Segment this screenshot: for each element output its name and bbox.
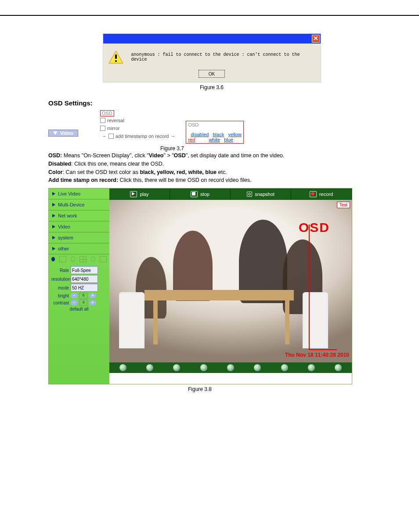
arrow-right-icon: → <box>170 134 175 139</box>
radio-empty-icon <box>71 257 75 262</box>
osd-color-popup: OSD disabled black yellow red white blue <box>186 121 243 144</box>
mode-label: mode <box>51 286 69 290</box>
ptz-button[interactable] <box>308 364 315 371</box>
function-bar: play stop snapshot record <box>109 188 352 200</box>
osd-title-box: OSD <box>100 110 114 116</box>
timestamp-overlay: Thu Nov 18 11:40:28 2010 <box>285 352 349 358</box>
sidebar-item-multi-device[interactable]: Multi-Device <box>49 199 109 210</box>
ptz-button[interactable] <box>119 364 126 371</box>
svg-point-2 <box>115 60 117 62</box>
ptz-button[interactable] <box>227 364 234 371</box>
resolution-select[interactable] <box>71 275 98 283</box>
annotation-line <box>309 224 310 350</box>
minus-icon[interactable]: − <box>71 293 78 298</box>
ptz-button[interactable] <box>335 364 342 371</box>
camera-icon <box>247 192 252 197</box>
ptz-button[interactable] <box>281 364 288 371</box>
bright-value: 6 <box>79 293 87 299</box>
arrow-right-icon: → <box>102 134 107 139</box>
checkbox-icon <box>108 134 114 139</box>
minus-icon[interactable]: − <box>71 300 78 305</box>
osd-settings-heading: OSD Settings: <box>48 99 375 107</box>
checkbox-icon <box>100 126 105 131</box>
osd-settings-block: Video OSD reversal mirror → add timestam… <box>48 110 375 144</box>
color-white[interactable]: white <box>209 137 220 142</box>
contrast-label: contrast <box>51 300 69 305</box>
color-black[interactable]: black <box>213 132 224 137</box>
sidebar-item-video[interactable]: Video <box>49 221 109 232</box>
color-red[interactable]: red <box>188 137 195 142</box>
paragraph-disabled: Disabled: Click this one, means clear th… <box>48 160 375 168</box>
ok-button[interactable]: OK <box>199 70 225 78</box>
layout-9up-icon <box>100 256 107 262</box>
snapshot-button[interactable]: snapshot <box>231 188 291 200</box>
dialog-title-bar: ✕ <box>103 34 321 43</box>
annotation-line <box>310 349 337 350</box>
plus-icon[interactable]: + <box>89 300 96 305</box>
record-icon <box>310 191 317 197</box>
ptz-button[interactable] <box>146 364 153 371</box>
layout-4up-icon <box>79 256 87 262</box>
bright-label: bright <box>51 293 69 298</box>
chevron-right-icon <box>52 192 55 195</box>
osd-text-overlay: OSD <box>299 220 330 235</box>
ptz-button[interactable] <box>173 364 180 371</box>
warning-icon <box>108 51 123 64</box>
default-all-link[interactable]: default all <box>70 307 89 311</box>
color-yellow[interactable]: yellow <box>228 132 242 137</box>
error-dialog: ✕ anonymous : fail to connect to the dev… <box>103 33 321 83</box>
test-label-overlay: Test <box>337 202 350 208</box>
figure-caption-36: Figure 3.6 <box>48 84 375 90</box>
chevron-right-icon <box>52 214 55 217</box>
layout-picker[interactable] <box>49 254 109 264</box>
sidebar-item-network[interactable]: Net work <box>49 210 109 221</box>
chevron-down-icon <box>53 131 58 135</box>
ptz-button[interactable] <box>254 364 261 371</box>
option-mirror[interactable]: mirror <box>100 124 177 132</box>
dialog-message: anonymous : fail to connect to the devic… <box>131 51 315 62</box>
rate-select[interactable] <box>71 266 98 274</box>
play-button[interactable]: play <box>109 188 170 200</box>
figure-caption-37: Figure 3.7 <box>0 145 375 152</box>
stop-icon <box>191 191 198 197</box>
radio-empty-icon <box>91 257 95 262</box>
color-disabled[interactable]: disabled <box>191 132 209 137</box>
sidebar: Live Video Multi-Device Net work Video s… <box>49 188 109 384</box>
radio-selected-icon <box>51 257 55 261</box>
stop-button[interactable]: stop <box>170 188 231 200</box>
sidebar-item-other[interactable]: other <box>49 243 109 254</box>
mode-select[interactable] <box>71 284 98 292</box>
sidebar-item-video[interactable]: Video <box>48 130 78 137</box>
record-button[interactable]: record <box>291 188 352 200</box>
chevron-right-icon <box>52 225 55 228</box>
chevron-right-icon <box>52 236 55 239</box>
video-controls: Rate resolution mode bright − 6 + contra… <box>49 264 109 314</box>
paragraph-osd: OSD: Means "On-Screen Display", click "V… <box>48 152 375 160</box>
video-viewport: Test OSD Thu Nov 18 11:40:28 2010 <box>109 200 352 362</box>
ptz-button[interactable] <box>200 364 207 371</box>
rate-label: Rate <box>51 268 69 273</box>
color-blue[interactable]: blue <box>224 137 233 142</box>
option-reversal[interactable]: reversal <box>100 116 177 124</box>
layout-1up-icon <box>59 256 66 262</box>
sidebar-item-system[interactable]: system <box>49 232 109 243</box>
sidebar-item-live-video[interactable]: Live Video <box>49 188 109 199</box>
ptz-control-strip <box>109 362 352 373</box>
play-icon <box>130 191 137 197</box>
checkbox-icon <box>100 118 105 123</box>
plus-icon[interactable]: + <box>89 293 96 298</box>
close-icon[interactable]: ✕ <box>312 35 320 43</box>
paragraph-add-ts: Add time stamp on record: Click this, th… <box>48 176 375 185</box>
contrast-value: 4 <box>79 300 87 306</box>
chevron-right-icon <box>52 247 55 250</box>
camera-app: Live Video Multi-Device Net work Video s… <box>48 188 352 384</box>
chevron-right-icon <box>52 203 55 206</box>
option-add-timestamp[interactable]: → add timestamp on record → <box>100 132 177 140</box>
svg-rect-1 <box>115 54 117 59</box>
paragraph-color: Color: Can set the OSD text color as bla… <box>48 168 375 177</box>
figure-caption-38: Figure 3.8 <box>48 386 351 392</box>
resolution-label: resolution <box>51 277 69 282</box>
